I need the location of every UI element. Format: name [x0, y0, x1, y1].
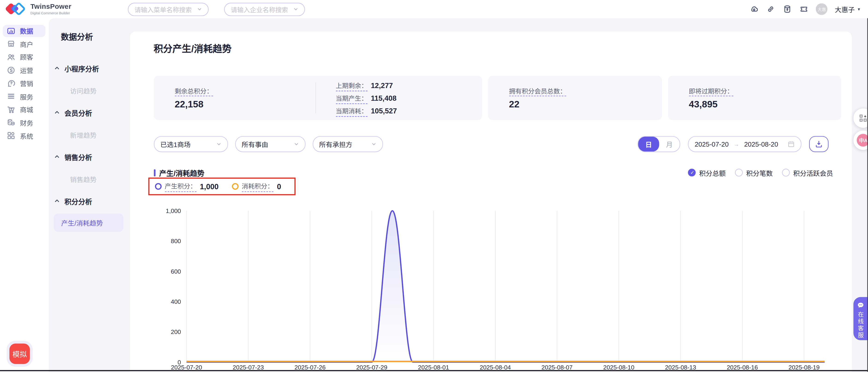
download-icon: [815, 140, 823, 148]
menu-search-placeholder: 请输入菜单名称搜索: [134, 5, 197, 13]
menu-item-1-0[interactable]: 新增趋势: [49, 123, 130, 145]
sidebar-item-users[interactable]: 顾客: [3, 51, 45, 63]
sidebar-item-label: 系统: [20, 131, 33, 140]
svg-text:2025-07-20: 2025-07-20: [170, 364, 202, 371]
produce-legend-label: 产生积分：: [165, 181, 196, 192]
menu-item-2-0[interactable]: 销售趋势: [49, 168, 130, 190]
market-icon: [7, 79, 16, 88]
stat-detail-label: 上期剩余：: [336, 81, 368, 90]
content-panel: 数据分析 小程序分析访问趋势会员分析新增趋势销售分析销售趋势积分分析产生/消耗趋…: [49, 18, 868, 372]
filter-select-2[interactable]: 所有承担方: [312, 136, 383, 152]
svg-text:2025-08-19: 2025-08-19: [788, 364, 819, 371]
online-service-label: 在线客服: [857, 311, 865, 339]
stat-label: 即将过期积分：: [689, 86, 733, 95]
sidebar-item-store[interactable]: 商户: [3, 38, 45, 50]
trend-chart[interactable]: 02004006008001,0002025-07-202025-07-2320…: [149, 206, 841, 372]
menu-section-label: 会员分析: [65, 107, 92, 117]
bar-chart-icon: [7, 26, 16, 35]
avatar[interactable]: 大惠: [816, 3, 828, 15]
export-button[interactable]: [809, 136, 829, 152]
svg-text:400: 400: [170, 298, 181, 305]
filter-select-value: 已选1商场: [160, 139, 190, 149]
menu-section-3[interactable]: 积分分析: [49, 190, 130, 212]
menu-search-select[interactable]: 请输入菜单名称搜索: [128, 3, 209, 16]
brand-logo[interactable]: TwinsPower Digital Commerce Builder: [5, 1, 71, 16]
svg-text:2025-07-26: 2025-07-26: [294, 364, 326, 371]
sidebar-item-bar-chart[interactable]: 数据: [3, 25, 45, 37]
stat-detail-label: 当期消耗：: [336, 106, 368, 115]
top-bar: TwinsPower Digital Commerce Builder 请输入菜…: [0, 0, 868, 18]
user-menu[interactable]: 大惠子 ▼: [835, 4, 861, 14]
legend-item-consume[interactable]: 消耗积分： 0: [232, 181, 281, 192]
sidebar-item-operate[interactable]: 运营: [3, 64, 45, 76]
menu-section-0[interactable]: 小程序分析: [49, 57, 130, 79]
produce-legend-ring-icon: [155, 183, 161, 190]
filter-select-0[interactable]: 已选1商场: [154, 136, 228, 152]
chevron-down-icon: [197, 7, 202, 12]
svg-text:2025-08-04: 2025-08-04: [479, 364, 510, 371]
filter-select-1[interactable]: 所有事由: [235, 136, 305, 152]
menu-title: 数据分析: [61, 30, 93, 42]
chevron-up-icon: [54, 65, 60, 71]
legend-item-produce[interactable]: 产生积分： 1,000: [155, 181, 219, 192]
menu-item-0-0[interactable]: 访问趋势: [49, 79, 130, 101]
metric-label: 积分总额: [699, 168, 726, 177]
company-search-select[interactable]: 请输入企业名称搜索: [224, 3, 305, 16]
filter-select-value: 所有承担方: [319, 139, 352, 149]
metric-option[interactable]: 积分活跃会员: [782, 168, 833, 177]
metric-option[interactable]: 积分总额: [688, 168, 726, 177]
svg-text:2025-08-07: 2025-08-07: [541, 364, 572, 371]
online-service-tab[interactable]: 在线客服: [854, 297, 868, 340]
page-title: 积分产生/消耗趋势: [154, 41, 231, 55]
sidebar-item-label: 商城: [20, 105, 33, 114]
radio-icon: [782, 169, 790, 176]
grid-icon: [7, 131, 16, 140]
svg-text:1,000: 1,000: [165, 207, 181, 214]
link-icon[interactable]: [766, 4, 776, 14]
caret-down-icon: ▼: [857, 7, 861, 11]
stat-detail-row: 当期产生： 115,408: [336, 94, 397, 102]
date-range-picker[interactable]: 2025-07-20 → 2025-08-20: [688, 136, 802, 152]
sidebar-item-label: 营销: [20, 78, 33, 88]
sidebar-item-grid[interactable]: 系统: [3, 130, 45, 142]
primary-sidebar: 数据商户顾客运营营销服务商城财务系统 模拟: [0, 18, 49, 372]
brand-name: TwinsPower: [30, 3, 71, 10]
menu-section-1[interactable]: 会员分析: [49, 101, 130, 123]
rows-icon: [7, 92, 16, 101]
analysis-menu: 小程序分析访问趋势会员分析新增趋势销售分析销售趋势积分分析产生/消耗趋势: [49, 57, 130, 234]
chevron-down-icon: [216, 141, 221, 146]
consume-legend-ring-icon: [232, 183, 239, 190]
stat-value: 22: [509, 99, 566, 110]
svg-text:200: 200: [170, 329, 181, 335]
chart-section-header: 产生/消耗趋势 积分总额积分笔数积分活跃会员: [154, 168, 833, 177]
store-icon: [7, 39, 16, 48]
period-day-button[interactable]: 日: [638, 137, 659, 151]
sidebar-item-label: 顾客: [20, 52, 33, 62]
produce-legend-value: 1,000: [200, 182, 219, 191]
sidebar-item-label: 服务: [20, 92, 33, 101]
svg-text:2025-07-29: 2025-07-29: [356, 364, 387, 371]
sidebar-item-market[interactable]: 营销: [3, 77, 45, 89]
filter-select-value: 所有事由: [242, 139, 268, 149]
menu-item-3-0[interactable]: 产生/消耗趋势: [54, 213, 123, 232]
stat-card-0: 拥有积分会员总数： 22: [488, 76, 662, 120]
sidebar-item-rows[interactable]: 服务: [3, 90, 45, 102]
coupon-icon[interactable]: [800, 4, 809, 14]
sidebar-item-cart[interactable]: 商城: [3, 103, 45, 115]
cloud-download-icon[interactable]: [750, 4, 759, 14]
stat-label: 拥有积分会员总数：: [509, 86, 566, 95]
brand-tagline: Digital Commerce Builder: [30, 11, 71, 15]
chevron-down-icon: [293, 7, 299, 12]
period-month-button[interactable]: 月: [659, 137, 680, 151]
sidebar-item-label: 财务: [20, 118, 33, 127]
sidebar-item-coins[interactable]: 财务: [3, 116, 45, 129]
consume-legend-label: 消耗积分：: [242, 181, 274, 192]
database-icon[interactable]: [783, 4, 793, 14]
metric-option[interactable]: 积分笔数: [735, 168, 773, 177]
date-end: 2025-08-20: [744, 140, 778, 148]
simulation-badge[interactable]: 模拟: [9, 343, 30, 364]
svg-text:2025-08-16: 2025-08-16: [726, 364, 757, 371]
svg-text:600: 600: [170, 268, 181, 275]
menu-section-2[interactable]: 销售分析: [49, 145, 130, 168]
stat-detail-value: 12,277: [371, 81, 393, 90]
